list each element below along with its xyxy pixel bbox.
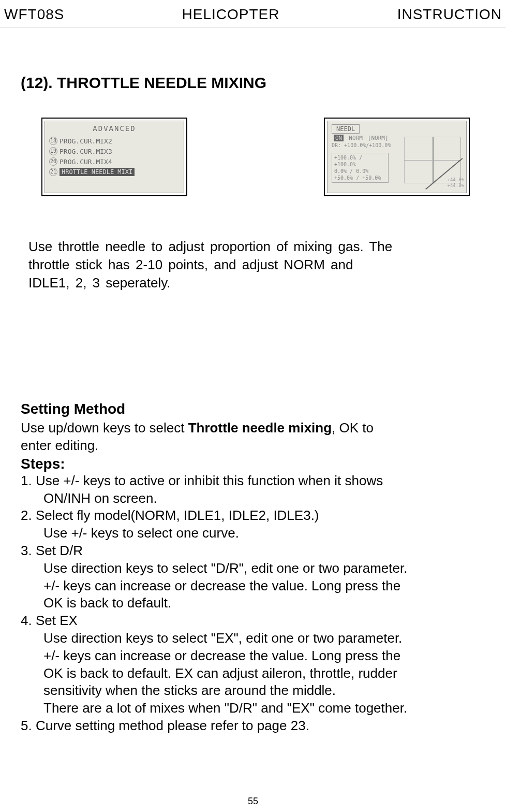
- setting-intro-line: Use up/down keys to select Throttle need…: [21, 419, 485, 437]
- figure-2-needle-screen: NEEDL ON NORM [NORM] DR: +100.0%/+100.0%…: [324, 118, 470, 196]
- figure-1-advanced-menu: ADVANCED 18 PROG.CUR.MIX2 19 PROG.CUR.MI…: [41, 118, 187, 196]
- step-1: 1. Use +/- keys to active or inhibit thi…: [21, 472, 485, 490]
- step-3-cont: Use direction keys to select "D/R", edit…: [21, 560, 485, 577]
- figure-2-dr-label: DR:: [332, 142, 341, 148]
- figure-2-box-line: 0.0% / 0.0%: [334, 168, 386, 175]
- setting-intro-a: Use up/down keys to select: [21, 420, 188, 436]
- intro-paragraph: Use throttle needle to adjust proportion…: [28, 238, 485, 292]
- steps-heading: Steps:: [21, 456, 485, 472]
- step-1-cont: ON/INH on screen.: [21, 490, 485, 508]
- step-4-cont: OK is back to default. EX can adjust ail…: [21, 665, 485, 683]
- step-4-cont: sensitivity when the sticks are around t…: [21, 682, 485, 700]
- figure-2-mode-bracket: [NORM]: [368, 135, 389, 141]
- figure-2-box-line: +100.0% / +100.0%: [334, 154, 386, 168]
- setting-method-heading: Setting Method: [21, 401, 485, 417]
- step-3-cont: OK is back to default.: [21, 594, 485, 612]
- setting-intro-line: enter editing.: [21, 437, 485, 455]
- step-3-cont: +/- keys can increase or decrease the va…: [21, 577, 485, 595]
- intro-line: throttle stick has 2-10 points, and adju…: [28, 256, 485, 274]
- page-number: 55: [0, 796, 506, 807]
- header-category: HELICOPTER: [64, 6, 397, 23]
- figure-2-curve-graph: [404, 137, 461, 183]
- figure-1-item-highlighted: HROTTLE NEEDLE MIXI: [59, 168, 135, 176]
- setting-intro-b: , OK to: [332, 420, 374, 436]
- figure-2-dr-value: +100.0%/+100.0%: [344, 142, 391, 148]
- page-header: WFT08S HELICOPTER INSTRUCTION: [0, 0, 506, 27]
- figure-2-side-values: +44.8% +44.8%: [447, 177, 464, 189]
- step-2-cont: Use +/- keys to select one curve.: [21, 525, 485, 542]
- figure-1-item: 20 PROG.CUR.MIX4: [49, 156, 180, 167]
- figure-1-title: ADVANCED: [49, 124, 180, 133]
- figure-2-mode-norm: NORM: [349, 135, 363, 141]
- intro-line: Use throttle needle to adjust proportion…: [28, 238, 485, 256]
- header-doctype: INSTRUCTION: [397, 6, 502, 23]
- figure-1-item-num: 20: [49, 157, 57, 166]
- figure-1-item-label: PROG.CUR.MIX4: [59, 158, 112, 166]
- intro-line: IDLE1, 2, 3 seperately.: [28, 274, 485, 292]
- figure-1-item: 18 PROG.CUR.MIX2: [49, 136, 180, 146]
- section-title: (12). THROTTLE NEEDLE MIXING: [21, 74, 506, 92]
- step-4: 4. Set EX: [21, 612, 485, 630]
- step-4-cont: Use direction keys to select "EX", edit …: [21, 630, 485, 647]
- figure-1-item-num: 18: [49, 137, 57, 145]
- figure-1-item-label: PROG.CUR.MIX2: [59, 137, 112, 145]
- header-model: WFT08S: [4, 6, 64, 23]
- figure-1-item-selected: 21 HROTTLE NEEDLE MIXI: [49, 167, 180, 177]
- step-4-cont: There are a lot of mixes when "D/R" and …: [21, 700, 485, 717]
- figure-2-side-value: +44.8%: [447, 177, 464, 183]
- figure-2-mode-on: ON: [334, 135, 344, 141]
- figure-2-box-line: +50.0% / +50.0%: [334, 175, 386, 181]
- step-5: 5. Curve setting method please refer to …: [21, 717, 485, 735]
- figure-1-item-num: 21: [49, 168, 57, 176]
- step-3: 3. Set D/R: [21, 542, 485, 560]
- setting-method-block: Setting Method Use up/down keys to selec…: [21, 401, 485, 735]
- figure-2-values-box: +100.0% / +100.0% 0.0% / 0.0% +50.0% / +…: [332, 153, 389, 183]
- figure-2-title: NEEDL: [332, 124, 360, 134]
- figure-1-item: 19 PROG.CUR.MIX3: [49, 146, 180, 156]
- step-4-cont: +/- keys can increase or decrease the va…: [21, 647, 485, 665]
- figures-row: ADVANCED 18 PROG.CUR.MIX2 19 PROG.CUR.MI…: [41, 118, 470, 196]
- step-2: 2. Select fly model(NORM, IDLE1, IDLE2, …: [21, 507, 485, 525]
- figure-1-item-num: 19: [49, 147, 57, 155]
- setting-intro-bold: Throttle needle mixing: [188, 420, 332, 436]
- figure-2-side-value: +44.8%: [447, 183, 464, 189]
- figure-1-item-label: PROG.CUR.MIX3: [59, 148, 112, 155]
